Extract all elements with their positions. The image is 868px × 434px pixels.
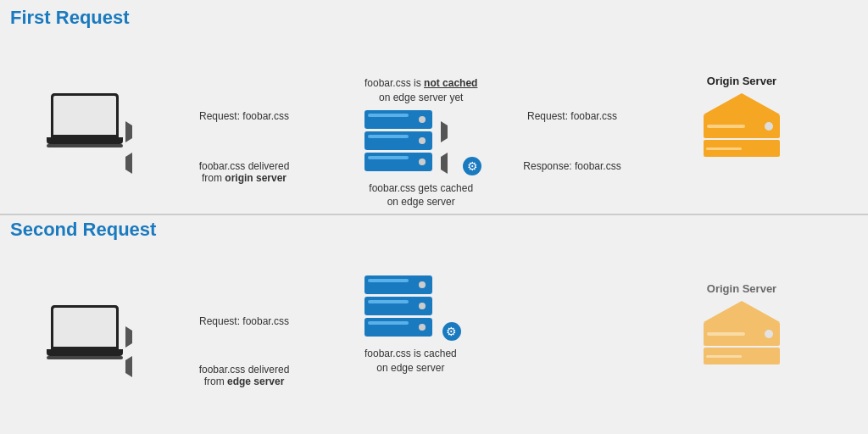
origin-mid-first <box>704 114 780 138</box>
edge-top-label-first: foobar.css is not cached on edge server … <box>364 76 477 105</box>
arrow-head-5 <box>125 331 132 343</box>
arrow-label-3: foobar.css delivered from origin server <box>125 160 363 184</box>
edge-server-second: ⚙ foobar.css is cached on edge server <box>364 275 457 376</box>
laptop-foot-second <box>47 356 123 359</box>
arrow-right-5 <box>125 331 132 343</box>
edge-server-first: foobar.css is not cached on edge server … <box>364 76 477 209</box>
arrow-right-1 <box>125 125 132 138</box>
laptop-base-first <box>47 137 123 144</box>
origin-top-first <box>704 93 780 114</box>
server-unit-5 <box>364 297 432 315</box>
origin-body-second: Origin Server <box>704 301 780 364</box>
diagram: First Request Second Request foobar.css … <box>0 0 868 434</box>
arrow-head-1 <box>125 125 132 138</box>
second-request-section: Second Request <box>10 219 156 241</box>
server-unit-4 <box>364 275 432 294</box>
laptop-first <box>47 93 123 153</box>
arrow-head-2 <box>441 125 448 138</box>
laptop-foot-first <box>47 144 123 147</box>
edge-bottom-label-second: foobar.css is cached on edge server <box>364 347 457 376</box>
origin-label-first: Origin Server <box>704 75 780 87</box>
server-unit-2 <box>364 131 432 150</box>
arrow-right-2 <box>441 125 448 138</box>
first-request-title: First Request <box>10 7 130 28</box>
arrow-label-2: Request: foobar.css <box>441 110 704 122</box>
arrow-label-1: Request: foobar.css <box>125 110 363 122</box>
server-unit-6 <box>364 318 432 337</box>
origin-label-second: Origin Server <box>704 282 780 295</box>
origin-server-first: Origin Server <box>704 93 780 157</box>
edge-bottom-label-first: foobar.css gets cached on edge server <box>364 181 477 210</box>
arrow-label-5: Request: foobar.css <box>125 315 363 327</box>
laptop-second <box>47 305 123 364</box>
gear-icon-second: ⚙ <box>446 325 457 338</box>
origin-mid-second <box>704 322 780 346</box>
first-request-section: First Request <box>10 7 130 29</box>
server-unit-3 <box>364 153 432 171</box>
section-divider <box>0 214 868 215</box>
origin-server-second: Origin Server <box>704 301 780 364</box>
second-request-title: Second Request <box>10 219 156 240</box>
origin-body-first: Origin Server <box>704 93 780 157</box>
server-badge-second: ⚙ <box>440 320 464 343</box>
origin-bot-first <box>704 140 780 157</box>
edge-server-body-second: ⚙ <box>364 275 457 337</box>
arrow-label-6: foobar.css delivered from edge server <box>125 364 363 387</box>
laptop-base-second <box>47 349 123 356</box>
origin-bot-second <box>704 348 780 364</box>
laptop-screen-first <box>51 93 119 137</box>
laptop-screen-second <box>51 305 119 349</box>
arrow-label-4: Response: foobar.css <box>441 160 704 172</box>
server-unit-1 <box>364 110 432 129</box>
origin-top-second <box>704 301 780 322</box>
